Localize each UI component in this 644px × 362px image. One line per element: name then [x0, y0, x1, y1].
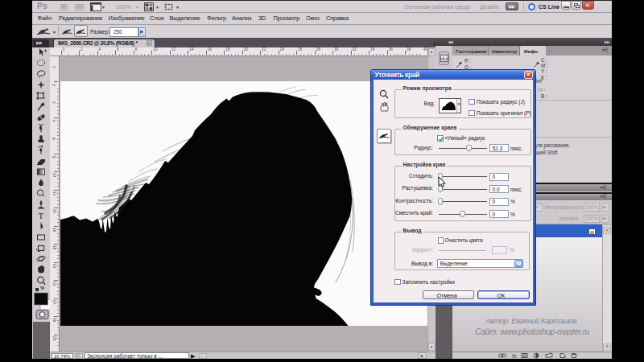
svg-text:T: T [38, 211, 43, 220]
svg-text:fx.: fx. [512, 353, 518, 359]
